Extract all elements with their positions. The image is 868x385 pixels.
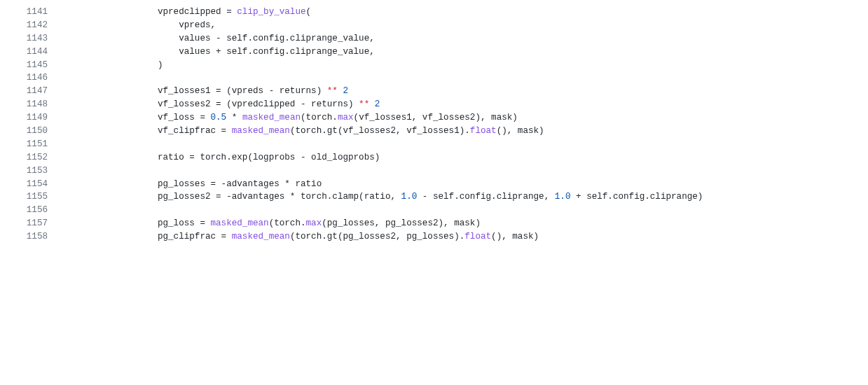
line-number[interactable]: 1141	[0, 6, 73, 19]
code-content[interactable]: values + self.config.cliprange_value,	[73, 46, 868, 59]
code-content[interactable]: values - self.config.cliprange_value,	[73, 32, 868, 46]
code-content[interactable]: vf_losses2 = (vpredclipped - returns) **…	[73, 98, 868, 111]
line-number[interactable]: 1148	[0, 98, 73, 111]
line-number[interactable]: 1143	[0, 32, 73, 46]
line-number[interactable]: 1157	[0, 217, 73, 230]
code-line[interactable]: 1152 ratio = torch.exp(logprobs - old_lo…	[0, 151, 868, 164]
line-number[interactable]: 1142	[0, 19, 73, 32]
line-number[interactable]: 1151	[0, 138, 73, 151]
code-line[interactable]: 1149 vf_loss = 0.5 * masked_mean(torch.m…	[0, 111, 868, 125]
line-number[interactable]: 1146	[0, 71, 73, 85]
line-number[interactable]: 1156	[0, 204, 73, 217]
line-number[interactable]: 1144	[0, 46, 73, 59]
code-content[interactable]: vpredclipped = clip_by_value(	[73, 6, 868, 19]
line-number[interactable]: 1152	[0, 151, 73, 164]
code-content[interactable]: pg_clipfrac = masked_mean(torch.gt(pg_lo…	[73, 230, 868, 244]
code-line[interactable]: 1153	[0, 164, 868, 178]
line-number[interactable]: 1147	[0, 85, 73, 98]
line-number[interactable]: 1145	[0, 59, 73, 72]
code-line[interactable]: 1141 vpredclipped = clip_by_value(	[0, 6, 868, 19]
code-line[interactable]: 1146	[0, 71, 868, 85]
line-number[interactable]: 1149	[0, 111, 73, 125]
code-line[interactable]: 1157 pg_loss = masked_mean(torch.max(pg_…	[0, 217, 868, 230]
code-line[interactable]: 1143 values - self.config.cliprange_valu…	[0, 32, 868, 46]
line-number[interactable]: 1154	[0, 178, 73, 191]
line-number[interactable]: 1153	[0, 164, 73, 178]
code-line[interactable]: 1154 pg_losses = -advantages * ratio	[0, 178, 868, 191]
code-line[interactable]: 1142 vpreds,	[0, 19, 868, 32]
line-number[interactable]: 1155	[0, 190, 73, 204]
code-line[interactable]: 1148 vf_losses2 = (vpredclipped - return…	[0, 98, 868, 111]
line-number[interactable]: 1158	[0, 230, 73, 244]
code-line[interactable]: 1145 )	[0, 59, 868, 72]
code-content[interactable]: vf_clipfrac = masked_mean(torch.gt(vf_lo…	[73, 125, 868, 138]
code-line[interactable]: 1155 pg_losses2 = -advantages * torch.cl…	[0, 190, 868, 204]
code-line[interactable]: 1147 vf_losses1 = (vpreds - returns) ** …	[0, 85, 868, 98]
code-line[interactable]: 1158 pg_clipfrac = masked_mean(torch.gt(…	[0, 230, 868, 244]
code-content[interactable]: vpreds,	[73, 19, 868, 32]
code-content[interactable]: ratio = torch.exp(logprobs - old_logprob…	[73, 151, 868, 164]
code-line[interactable]: 1150 vf_clipfrac = masked_mean(torch.gt(…	[0, 125, 868, 138]
code-line[interactable]: 1151	[0, 138, 868, 151]
code-block: 1141 vpredclipped = clip_by_value(1142 v…	[0, 0, 868, 244]
code-content[interactable]: pg_losses2 = -advantages * torch.clamp(r…	[73, 190, 868, 204]
code-line[interactable]: 1156	[0, 204, 868, 217]
code-content[interactable]: vf_losses1 = (vpreds - returns) ** 2	[73, 85, 868, 98]
code-content[interactable]: pg_losses = -advantages * ratio	[73, 178, 868, 191]
code-content[interactable]: pg_loss = masked_mean(torch.max(pg_losse…	[73, 217, 868, 230]
code-content[interactable]: )	[73, 59, 868, 72]
line-number[interactable]: 1150	[0, 125, 73, 138]
code-content[interactable]: vf_loss = 0.5 * masked_mean(torch.max(vf…	[73, 111, 868, 125]
code-line[interactable]: 1144 values + self.config.cliprange_valu…	[0, 46, 868, 59]
